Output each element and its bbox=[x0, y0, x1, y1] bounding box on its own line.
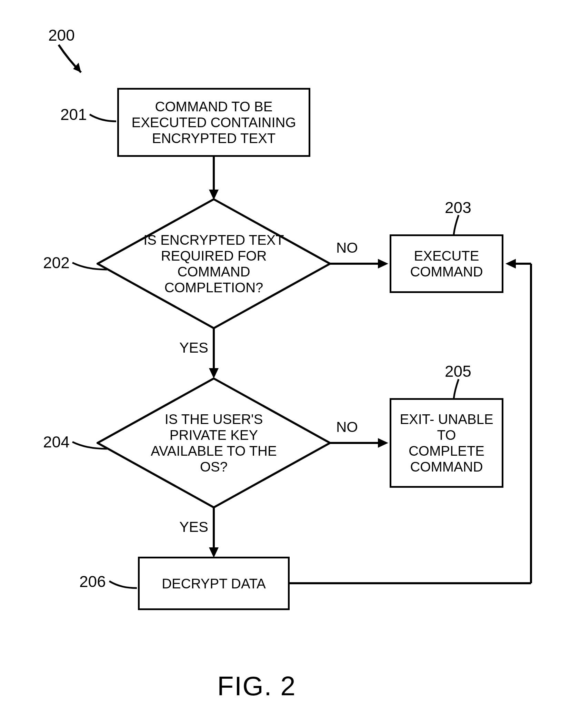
ref-206-leader bbox=[108, 578, 139, 592]
ref-201-leader bbox=[88, 111, 119, 125]
ref-200-leader-arrow bbox=[52, 41, 93, 83]
arrow-202-to-204 bbox=[207, 328, 221, 380]
node-201-text: COMMAND TO BE EXECUTED CONTAINING ENCRYP… bbox=[127, 99, 301, 146]
arrow-206-to-203 bbox=[290, 255, 541, 589]
edge-204-yes-label: YES bbox=[179, 519, 208, 535]
node-204-text: IS THE USER'S PRIVATE KEY AVAILABLE TO T… bbox=[138, 411, 290, 475]
edge-202-yes-label: YES bbox=[179, 340, 208, 356]
svg-marker-12 bbox=[209, 547, 219, 558]
ref-201-label: 201 bbox=[60, 105, 87, 124]
figure-label: FIG. 2 bbox=[217, 670, 296, 702]
node-202-text: IS ENCRYPTED TEXT REQUIRED FOR COMMAND C… bbox=[138, 232, 290, 295]
node-206-text: DECRYPT DATA bbox=[162, 576, 266, 592]
ref-204-leader bbox=[71, 438, 109, 452]
ref-203-label: 203 bbox=[445, 198, 471, 217]
ref-204-label: 204 bbox=[43, 433, 70, 451]
ref-202-label: 202 bbox=[43, 253, 70, 272]
arrow-201-to-202 bbox=[207, 157, 221, 202]
ref-202-leader bbox=[71, 259, 109, 273]
node-206-process: DECRYPT DATA bbox=[138, 557, 290, 610]
svg-marker-17 bbox=[505, 259, 516, 269]
flowchart-canvas: 200 COMMAND TO BE EXECUTED CONTAINING EN… bbox=[0, 0, 571, 728]
arrow-204-to-206 bbox=[207, 508, 221, 559]
node-201-process: COMMAND TO BE EXECUTED CONTAINING ENCRYP… bbox=[117, 88, 310, 157]
ref-203-leader bbox=[452, 214, 472, 236]
ref-206-label: 206 bbox=[79, 572, 106, 591]
edge-202-no-label: NO bbox=[336, 240, 358, 256]
svg-marker-7 bbox=[209, 368, 219, 378]
